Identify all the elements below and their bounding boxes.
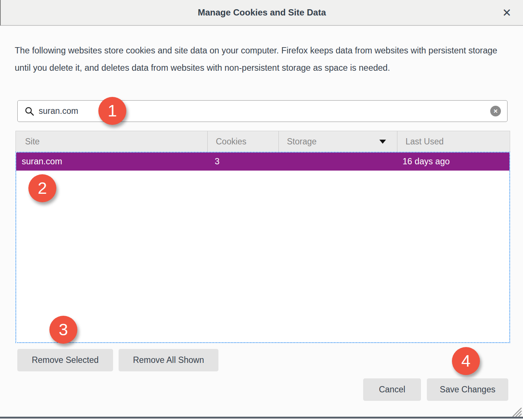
cell-site: suran.com bbox=[16, 157, 207, 167]
remove-selected-button[interactable]: Remove Selected bbox=[17, 349, 113, 371]
table-row[interactable]: suran.com 3 16 days ago bbox=[16, 153, 509, 171]
site-data-table: Site Cookies Storage Last Used suran.com… bbox=[15, 131, 510, 343]
column-label: Site bbox=[25, 137, 40, 147]
column-label: Cookies bbox=[216, 137, 246, 147]
close-icon[interactable]: ✕ bbox=[499, 5, 515, 21]
table-body[interactable]: suran.com 3 16 days ago bbox=[15, 152, 510, 343]
resize-grip-icon[interactable] bbox=[508, 405, 522, 417]
annotation-circle-4: 4 bbox=[452, 347, 480, 375]
table-header: Site Cookies Storage Last Used bbox=[15, 131, 510, 152]
annotation-circle-3: 3 bbox=[49, 316, 77, 344]
annotation-circle-1: 1 bbox=[98, 97, 126, 125]
column-header-cookies[interactable]: Cookies bbox=[207, 131, 278, 152]
column-header-last-used[interactable]: Last Used bbox=[397, 131, 510, 152]
save-changes-button[interactable]: Save Changes bbox=[427, 378, 508, 401]
cell-cookies: 3 bbox=[207, 157, 278, 167]
search-icon bbox=[25, 106, 34, 116]
manage-cookies-dialog: Manage Cookies and Site Data ✕ The follo… bbox=[0, 0, 523, 420]
dialog-titlebar: Manage Cookies and Site Data ✕ bbox=[0, 0, 523, 26]
column-label: Storage bbox=[287, 137, 317, 147]
column-label: Last Used bbox=[406, 137, 444, 147]
annotation-circle-2: 2 bbox=[28, 174, 56, 202]
intro-text: The following websites store cookies and… bbox=[15, 42, 505, 77]
window-bottom-border bbox=[0, 417, 523, 419]
column-header-site[interactable]: Site bbox=[16, 131, 207, 152]
cell-last-used: 16 days ago bbox=[397, 157, 509, 167]
remove-all-shown-button[interactable]: Remove All Shown bbox=[119, 349, 218, 371]
column-header-storage[interactable]: Storage bbox=[278, 131, 397, 152]
cancel-button[interactable]: Cancel bbox=[363, 378, 421, 401]
search-field-container: ✕ bbox=[17, 100, 508, 122]
clear-search-icon[interactable]: ✕ bbox=[490, 106, 501, 116]
dialog-title: Manage Cookies and Site Data bbox=[198, 7, 326, 18]
sort-descending-icon bbox=[379, 140, 386, 144]
